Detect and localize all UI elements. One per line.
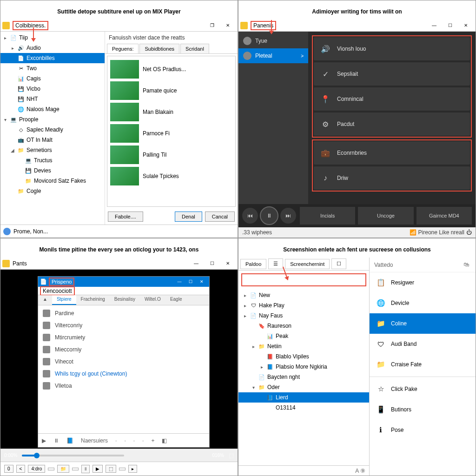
menu-item[interactable]: ♪Driw [314, 166, 470, 190]
tab[interactable]: Stpiere [52, 295, 76, 305]
tab[interactable]: Fracheining [76, 295, 110, 305]
list-item[interactable]: Parnoce Fi [110, 123, 232, 144]
cancel-button[interactable]: Cancal [205, 212, 235, 222]
tab[interactable]: Besinalisy [110, 295, 140, 305]
tab[interactable]: Subidbtiones [139, 44, 179, 53]
folder-tree[interactable]: ▸📄Tiip▸🔊Audio📄Exconbilles✂Two📊Cagis💾Vicb… [0, 32, 105, 225]
tree-node[interactable]: ▸📄New [238, 290, 369, 300]
tree-node[interactable]: ▸📁Netiin [238, 341, 369, 351]
list-item[interactable]: ℹPose [370, 420, 476, 440]
tab[interactable]: ☐ [331, 258, 346, 269]
tree-node[interactable]: ▸📄Nay Faus [238, 311, 369, 321]
list-item[interactable]: Palling Til [110, 145, 232, 165]
search-input[interactable] [241, 273, 366, 286]
tab[interactable]: Peguens: [107, 44, 139, 53]
toolbar-button[interactable]: ▶ [93, 465, 103, 473]
tree-node[interactable]: 📕Blablo Vipiles [238, 351, 369, 362]
toolbar-button[interactable] [119, 468, 126, 470]
tab[interactable]: Eagle [165, 295, 187, 305]
tree-node[interactable]: 📄Exconbilles [0, 53, 105, 63]
bbar-item[interactable]: · [124, 437, 126, 444]
bbar-item[interactable]: · [133, 437, 135, 444]
list-row[interactable]: Pardine [38, 307, 209, 319]
tree-node[interactable]: ◢📁Sernetiors [0, 145, 105, 155]
tree-node[interactable]: ▾📁Oder [238, 382, 369, 392]
bbar-item[interactable]: ⏸ [53, 437, 59, 444]
bbar-item[interactable]: ▶ [42, 437, 46, 444]
bbar-item[interactable]: + [151, 437, 154, 444]
nav-tree[interactable]: ▸📄New▸🛡Hake Play▸📄Nay Faus🔖Raureson📊Peak… [238, 289, 369, 465]
toolbar-button[interactable]: ⦀ [81, 465, 90, 473]
menu-item[interactable]: 💼Econrnbries [314, 141, 470, 165]
list-item[interactable]: Net OS Pradlus... [110, 59, 232, 79]
menu-item[interactable]: 📍Comnincal [314, 87, 470, 111]
tab[interactable]: Screenchernint [285, 259, 330, 269]
tree-node[interactable]: 📺OT In Malt [0, 135, 105, 145]
fabole-button[interactable]: Fabole.... [108, 212, 143, 222]
list-item[interactable]: 🌐Devicle [370, 293, 476, 313]
tab[interactable]: ▲ [38, 295, 52, 305]
toolbar-button[interactable]: 4:dro [28, 465, 45, 473]
list-row[interactable]: Vlletoa [38, 380, 209, 392]
tree-node[interactable]: ✂Two [0, 63, 105, 73]
list-row[interactable]: Mtircrumiety [38, 331, 209, 344]
inner-min[interactable]: — [174, 278, 185, 286]
tree-node[interactable]: ▸🔊Audio [0, 43, 105, 53]
tree-node[interactable]: ▸📘Plabsio More Ngkiria [238, 362, 369, 372]
control-button[interactable]: Uncoge [358, 207, 413, 225]
list-item[interactable]: 📱Butinors [370, 399, 476, 420]
tree-node[interactable]: 🔖Raureson [238, 321, 369, 331]
bbar-item[interactable]: · [142, 437, 144, 444]
tree-node[interactable]: 📊Cagis [0, 73, 105, 84]
toolbar-button[interactable]: < [16, 465, 26, 473]
bbar-item[interactable]: ◧ [162, 437, 167, 444]
tab[interactable]: Scridanl [180, 44, 209, 53]
minimize-button[interactable]: — [426, 20, 442, 31]
tree-node[interactable]: ◇Saplec Meadly [0, 125, 105, 135]
denal-button[interactable]: Denal [175, 212, 202, 222]
cc-icon[interactable]: ⬚ [229, 452, 234, 459]
tab[interactable]: Wiltel.O [140, 295, 165, 305]
right-list[interactable]: 📋Resigwer🌐Devicle📁Coline🛡Audi Band📁Crrai… [370, 272, 476, 476]
toolbar-button[interactable]: 0 [4, 465, 13, 473]
close-button[interactable]: ✕ [458, 20, 474, 31]
bag-icon[interactable]: 🛍 [463, 261, 471, 269]
tree-node[interactable]: ▸🛡Hake Play [238, 300, 369, 311]
control-button[interactable]: Gairnce MD4 [416, 207, 472, 225]
bbar-item[interactable]: Naersuiers [81, 437, 108, 444]
tree-node[interactable]: 📁Cogle [0, 186, 105, 196]
menu-item[interactable]: 🔊Vionsh louo [314, 37, 470, 60]
next-button[interactable]: ⏭ [280, 208, 296, 224]
list-row[interactable]: Whils tcgy ol gout (Cinewton) [38, 368, 209, 380]
list-item[interactable]: 🛡Audi Band [370, 334, 476, 354]
tree-node[interactable]: 🌐Naloos Mage [0, 104, 105, 114]
menu-item[interactable]: ✓Sepsliait [314, 62, 470, 86]
list-item[interactable]: 📁Crraise Fate [370, 354, 476, 375]
bbar-item[interactable]: 📘 [66, 437, 73, 444]
close-button[interactable]: ✕ [220, 20, 236, 31]
prev-button[interactable]: ⏮ [242, 208, 258, 224]
bbar-item[interactable]: · [115, 437, 117, 444]
tree-node[interactable]: 💻Tructus [0, 155, 105, 165]
list-item[interactable]: ☆Click Pake [370, 379, 476, 399]
play-button[interactable]: ⏸ [260, 206, 278, 225]
list-item[interactable]: 📋Resigwer [370, 272, 476, 293]
tree-node[interactable]: 💾Vicbo [0, 84, 105, 94]
tree-node[interactable]: 📄Baycten nght [238, 372, 369, 382]
menu-item[interactable]: ⚙Pacdut [314, 112, 470, 136]
tree-node[interactable]: O13114 [238, 403, 369, 413]
tree-node[interactable]: 📁Movicord Satz Fakes [0, 176, 105, 186]
control-button[interactable]: Incials [300, 207, 355, 225]
list-item[interactable]: Sulale Tpickes [110, 166, 232, 186]
tree-node[interactable]: 💾Devies [0, 165, 105, 176]
tree-node[interactable]: ▾💻Proople [0, 114, 105, 125]
list-item[interactable]: Man Blakain [110, 102, 232, 122]
close-button[interactable]: ✕ [220, 258, 236, 269]
tree-node[interactable]: 💾NHT [0, 94, 105, 104]
list-item[interactable]: Pamate quice [110, 80, 232, 101]
minimize-button[interactable]: — [188, 258, 204, 269]
list-row[interactable]: Mieccorniy [38, 344, 209, 356]
toolbar-button[interactable]: ⬚ [106, 465, 116, 473]
inner-list[interactable]: PardineVilterconriyMtircrumietyMieccorni… [38, 305, 209, 433]
toolbar-button[interactable]: ▸ [128, 465, 137, 473]
